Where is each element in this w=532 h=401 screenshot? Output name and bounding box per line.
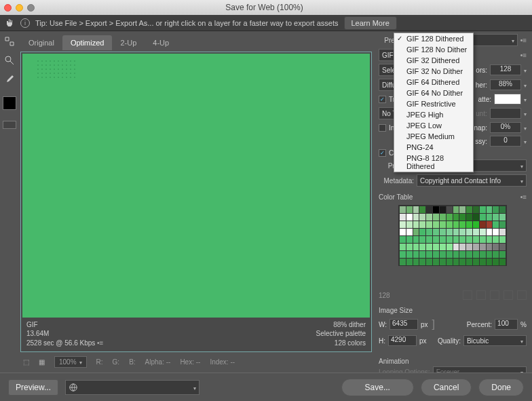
color-swatch[interactable] [459,236,466,243]
color-swatch[interactable] [473,214,479,221]
color-swatch[interactable] [466,236,472,243]
color-swatch[interactable] [426,244,432,250]
preset-option[interactable]: GIF Restrictive [394,98,473,109]
delete-color-icon[interactable] [517,290,527,300]
color-swatch[interactable] [400,221,406,228]
color-swatch[interactable] [459,244,466,250]
color-swatch[interactable] [499,244,506,250]
zoom-select[interactable]: 100% [54,356,87,368]
color-swatch[interactable] [499,236,506,243]
color-swatch[interactable] [433,206,439,213]
color-swatch[interactable] [400,251,406,258]
color-swatch[interactable] [406,236,413,243]
color-swatch[interactable] [459,206,466,213]
dither-input[interactable]: 88% [490,79,521,90]
color-swatch[interactable] [466,221,472,228]
color-swatch[interactable] [487,221,493,228]
color-swatch[interactable] [433,221,439,228]
color-swatch[interactable] [466,206,472,213]
preset-option[interactable]: JPEG Low [394,120,473,131]
color-swatch[interactable] [406,259,413,265]
color-swatch[interactable] [413,206,419,213]
color-swatch[interactable] [499,229,506,235]
color-swatch[interactable] [466,251,472,258]
image-canvas[interactable] [22,54,370,318]
color-swatch[interactable] [406,206,413,213]
color-swatch[interactable] [413,251,419,258]
color-swatch[interactable] [493,236,499,243]
lossy-input[interactable]: 0 [490,136,521,147]
color-swatch[interactable] [400,214,406,221]
color-swatch[interactable] [487,251,493,258]
preset-options-menu-icon[interactable]: •≡ [520,37,527,44]
color-swatch[interactable] [406,244,413,250]
eyedropper-color-swatch[interactable] [3,96,16,110]
preset-option[interactable]: GIF 64 Dithered [394,77,473,88]
preset-option[interactable]: GIF 64 No Dither [394,88,473,98]
color-swatch[interactable] [487,206,493,213]
lossy-stepper-icon[interactable] [524,138,527,145]
color-swatch[interactable] [406,229,413,235]
color-swatch[interactable] [419,229,425,235]
color-swatch[interactable] [453,214,459,221]
color-swatch[interactable] [426,214,432,221]
preset-option[interactable]: GIF 32 Dithered [394,55,473,66]
color-table-grid[interactable] [398,205,507,266]
color-swatch[interactable] [446,214,453,221]
color-swatch[interactable] [459,221,466,228]
color-swatch[interactable] [440,206,446,213]
color-swatch[interactable] [406,251,413,258]
preset-option[interactable]: PNG-24 [394,142,473,153]
hand-tool-icon[interactable] [4,18,15,28]
color-swatch[interactable] [413,259,419,265]
colors-stepper-icon[interactable] [524,66,527,74]
color-swatch[interactable] [426,221,432,228]
color-swatch[interactable] [473,221,479,228]
color-swatch[interactable] [487,244,493,250]
color-swatch[interactable] [473,244,479,250]
color-swatch[interactable] [473,259,479,265]
color-swatch[interactable] [493,221,499,228]
color-swatch[interactable] [459,251,466,258]
color-swatch[interactable] [400,236,406,243]
color-swatch[interactable] [426,251,432,258]
color-swatch[interactable] [440,244,446,250]
slice-visibility-toggle[interactable] [3,121,16,129]
learn-more-button[interactable]: Learn More [344,16,397,30]
color-swatch[interactable] [493,251,499,258]
hand-cursor-icon[interactable]: ⬚ [23,358,29,366]
color-swatch[interactable] [440,251,446,258]
color-swatch[interactable] [440,229,446,235]
color-swatch[interactable] [493,259,499,265]
link-dimensions-icon[interactable]: ] [431,318,436,330]
cancel-button[interactable]: Cancel [421,379,472,396]
color-swatch[interactable] [499,259,506,265]
color-swatch[interactable] [406,214,413,221]
color-swatch[interactable] [473,251,479,258]
new-color-icon[interactable] [504,290,513,300]
width-input[interactable]: 6435 [390,319,418,330]
color-swatch[interactable] [446,229,453,235]
slice-select-tool-icon[interactable] [3,35,16,47]
preset-option[interactable]: GIF 32 No Dither [394,66,473,77]
color-swatch[interactable] [433,229,439,235]
color-swatch[interactable] [466,259,472,265]
optimize-menu-icon[interactable]: •≡ [520,52,527,59]
color-swatch[interactable] [419,236,425,243]
color-swatch[interactable] [419,259,425,265]
color-swatch[interactable] [480,214,486,221]
preset-option[interactable]: JPEG Medium [394,131,473,142]
percent-input[interactable]: 100 [495,319,518,330]
status-menu-icon[interactable]: ▦ [39,358,45,366]
color-swatch[interactable] [453,259,459,265]
interlaced-checkbox[interactable] [379,124,386,132]
color-swatch[interactable] [433,236,439,243]
color-swatch[interactable] [406,221,413,228]
download-speed-menu-icon[interactable]: •≡ [97,339,103,347]
preset-dropdown[interactable]: GIF 128 DitheredGIF 128 No DitherGIF 32 … [394,33,474,172]
color-swatch[interactable] [419,221,425,228]
color-swatch[interactable] [446,236,453,243]
color-swatch[interactable] [413,221,419,228]
color-swatch[interactable] [446,221,453,228]
color-swatch[interactable] [480,251,486,258]
